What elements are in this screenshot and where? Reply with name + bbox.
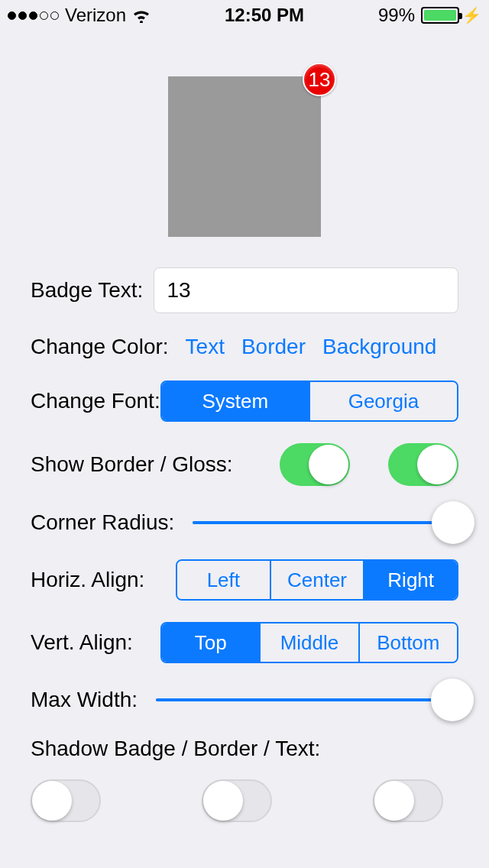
valign-top-segment[interactable]: Top: [162, 623, 259, 662]
shadow-badge-switch[interactable]: [31, 779, 101, 822]
horiz-align-label: Horiz. Align:: [31, 568, 144, 592]
vert-align-segmented: Top Middle Bottom: [160, 622, 458, 663]
status-bar: Verizon 12:50 PM 99% ⚡: [0, 0, 489, 31]
max-width-label: Max Width:: [31, 688, 138, 712]
halign-left-segment[interactable]: Left: [177, 561, 270, 599]
shadow-label: Shadow Badge / Border / Text:: [31, 737, 458, 761]
badge-text-input[interactable]: [154, 267, 458, 313]
wifi-icon: [132, 8, 151, 23]
corner-radius-label: Corner Radius:: [31, 510, 174, 535]
horiz-align-segmented: Left Center Right: [176, 559, 458, 601]
halign-center-segment[interactable]: Center: [270, 561, 364, 599]
color-border-button[interactable]: Border: [241, 335, 306, 359]
carrier-label: Verizon: [65, 5, 126, 26]
vert-align-label: Vert. Align:: [31, 630, 133, 655]
corner-radius-slider[interactable]: [193, 507, 458, 538]
shadow-text-switch[interactable]: [373, 779, 443, 822]
preview-box: 13: [168, 76, 321, 237]
show-gloss-switch[interactable]: [388, 443, 458, 486]
badge-text-label: Badge Text:: [31, 278, 143, 303]
valign-bottom-segment[interactable]: Bottom: [358, 623, 457, 662]
clock: 12:50 PM: [225, 5, 304, 26]
color-text-button[interactable]: Text: [186, 335, 225, 359]
show-border-gloss-label: Show Border / Gloss:: [31, 452, 233, 477]
font-system-segment[interactable]: System: [162, 382, 309, 420]
signal-strength-icon: [8, 11, 59, 20]
change-font-label: Change Font:: [31, 389, 160, 413]
font-segmented: System Georgia: [160, 381, 458, 422]
valign-middle-segment[interactable]: Middle: [259, 623, 358, 662]
badge-preview: 13: [303, 63, 336, 96]
battery-percent: 99%: [378, 5, 415, 26]
show-border-switch[interactable]: [280, 443, 350, 486]
charging-icon: ⚡: [462, 6, 481, 24]
shadow-border-switch[interactable]: [202, 779, 272, 822]
halign-right-segment[interactable]: Right: [363, 561, 457, 599]
color-background-button[interactable]: Background: [322, 335, 436, 359]
max-width-slider[interactable]: [156, 685, 458, 715]
font-georgia-segment[interactable]: Georgia: [309, 382, 457, 420]
change-color-label: Change Color:: [31, 335, 169, 359]
badge-preview-area: 13: [0, 31, 489, 267]
battery-icon: [421, 7, 459, 24]
